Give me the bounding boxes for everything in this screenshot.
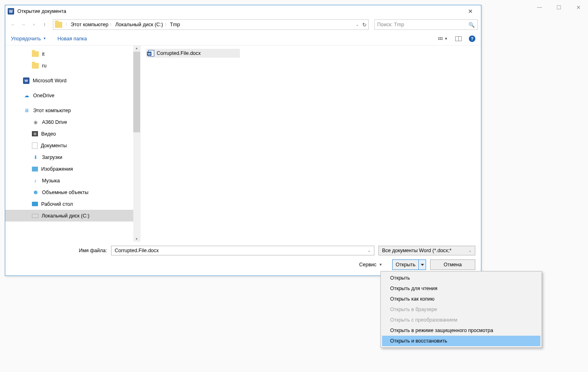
scroll-thumb[interactable] [133, 52, 140, 132]
filename-label: Имя файла: [11, 248, 107, 253]
preview-pane-button[interactable] [455, 36, 462, 41]
filename-value: Corrupted.File.docx [115, 248, 159, 253]
address-history-dropdown[interactable]: ⌄ [356, 23, 359, 27]
open-menu-item[interactable]: Открыть как копию [382, 294, 540, 304]
svg-marker-0 [421, 264, 424, 266]
tree-item-label: Объемные объекты [42, 190, 88, 195]
file-list[interactable]: Corrupted.File.docx [141, 46, 481, 242]
open-menu-item[interactable]: Открыть в режиме защищенного просмотра [382, 325, 540, 336]
chevron-right-icon: 〉 [110, 22, 113, 27]
cancel-button[interactable]: Отмена [430, 259, 475, 270]
bg-close-icon: ✕ [573, 3, 584, 11]
open-menu-item[interactable]: Открыть [382, 273, 540, 283]
chevron-right-icon: 〉 [65, 22, 69, 27]
tree-item-desktop[interactable]: Рабочий стол [5, 198, 140, 210]
dialog-toolbar: Упорядочить ▼ Новая папка ▼ ? [5, 32, 481, 46]
dialog-title: Открытие документа [17, 8, 462, 14]
search-input[interactable]: Поиск: Tmp 🔍 [374, 19, 478, 30]
chevron-down-icon: ▼ [43, 37, 46, 40]
dialog-close-button[interactable]: ✕ [462, 8, 479, 15]
tree-item-drive[interactable]: Локальный диск (C:) [5, 210, 140, 222]
tree-item-3d[interactable]: ⬢Объемные объекты [5, 186, 140, 198]
file-open-dialog: W Открытие документа ✕ ← → ▾ ↑ 〉 Этот ко… [5, 5, 481, 276]
tools-button[interactable]: Сервис ▼ [359, 262, 382, 268]
word-document-icon [148, 50, 154, 56]
scroll-up-icon[interactable]: ▴ [134, 46, 139, 50]
file-type-filter[interactable]: Все документы Word (*.docx;* ⌄ [378, 246, 475, 255]
tree-item-images[interactable]: Изображения [5, 163, 140, 175]
open-button-dropdown-menu: ОткрытьОткрыть для чтенияОткрыть как коп… [380, 271, 542, 348]
folder-icon [55, 22, 62, 28]
tree-item-label: OneDrive [33, 93, 55, 98]
chevron-down-icon: ⌄ [468, 249, 472, 253]
breadcrumb-folder[interactable]: Tmp [170, 22, 180, 27]
tree-item-label: Загрузки [42, 155, 62, 160]
tree-item-label: it [42, 51, 44, 57]
dialog-titlebar: W Открытие документа ✕ [5, 5, 481, 17]
dialog-footer: Имя файла: Corrupted.File.docx ⌄ Все док… [5, 242, 481, 276]
tree-item-label: ru [42, 63, 46, 69]
new-folder-button[interactable]: Новая папка [57, 36, 87, 42]
file-name: Corrupted.File.docx [157, 50, 201, 56]
tree-item-folder[interactable]: it [5, 48, 140, 60]
tree-item-label: Microsoft Word [33, 78, 67, 84]
tree-item-pc[interactable]: 🖥Этот компьютер [5, 104, 140, 116]
filter-text: Все документы Word (*.docx;* [382, 248, 452, 253]
open-menu-item[interactable]: Открыть для чтения [382, 283, 540, 294]
tree-item-label: A360 Drive [42, 119, 67, 125]
nav-forward-button[interactable]: → [19, 20, 28, 29]
bg-minimize-icon: — [534, 3, 545, 11]
tree-item-downloads[interactable]: ⬇Загрузки [5, 151, 140, 163]
open-dropdown-toggle[interactable] [418, 260, 426, 270]
chevron-right-icon: 〉 [165, 22, 168, 27]
open-menu-item: Открыть в браузере [382, 304, 540, 315]
address-bar[interactable]: 〉 Этот компьютер 〉 Локальный диск (C:) 〉… [53, 19, 369, 30]
file-item[interactable]: Corrupted.File.docx [146, 49, 240, 58]
search-icon: 🔍 [468, 22, 475, 28]
chevron-down-icon: ▼ [444, 37, 448, 41]
open-menu-item: Открыть с преобразованием [382, 315, 540, 325]
tree-item-video[interactable]: ▤Видео [5, 128, 140, 140]
bg-maximize-icon: ☐ [553, 3, 565, 11]
tree-scrollbar[interactable]: ▴ ▾ [133, 46, 140, 242]
search-placeholder: Поиск: Tmp [377, 22, 404, 27]
breadcrumb-root[interactable]: Этот компьютер [71, 22, 108, 27]
tree-item-label: Этот компьютер [33, 108, 71, 113]
organize-button[interactable]: Упорядочить ▼ [11, 36, 46, 42]
tree-item-docs[interactable]: Документы [5, 140, 140, 151]
scroll-down-icon[interactable]: ▾ [134, 237, 139, 241]
open-button[interactable]: Открыть [393, 262, 418, 268]
tree-item-label: Документы [41, 143, 67, 148]
filename-input[interactable]: Corrupted.File.docx ⌄ [111, 246, 374, 255]
tree-item-onedrive[interactable]: ☁OneDrive [5, 90, 140, 101]
triangle-down-icon [421, 264, 424, 266]
tree-item-label: Локальный диск (C:) [42, 213, 89, 219]
view-mode-button[interactable]: ▼ [438, 37, 448, 41]
word-app-icon: W [8, 8, 14, 15]
nav-up-button[interactable]: ↑ [40, 20, 49, 29]
tree-item-music[interactable]: ♪Музыка [5, 175, 140, 186]
tree-item-folder[interactable]: ru [5, 60, 140, 71]
tree-item-label: Изображения [41, 166, 73, 172]
tree-item-label: Рабочий стол [41, 201, 73, 207]
refresh-button[interactable]: ↻ [362, 22, 367, 28]
chevron-down-icon: ▼ [379, 263, 382, 267]
navigation-tree: itruWMicrosoft Word☁OneDrive🖥Этот компью… [5, 46, 141, 242]
tree-item-a360[interactable]: ◉A360 Drive [5, 116, 140, 128]
tree-item-label: Видео [41, 131, 56, 137]
tree-item-label: Музыка [42, 178, 60, 184]
nav-back-button[interactable]: ← [8, 20, 17, 29]
background-window-controls: — ☐ ✕ [534, 3, 584, 11]
dialog-body: itruWMicrosoft Word☁OneDrive🖥Этот компью… [5, 46, 481, 242]
breadcrumb-drive[interactable]: Локальный диск (C:) [115, 22, 163, 27]
nav-recent-dropdown[interactable]: ▾ [29, 20, 38, 29]
navigation-row: ← → ▾ ↑ 〉 Этот компьютер 〉 Локальный дис… [5, 17, 481, 32]
tree-item-wordapp[interactable]: WMicrosoft Word [5, 75, 140, 86]
open-split-button[interactable]: Открыть [392, 259, 426, 270]
chevron-down-icon[interactable]: ⌄ [368, 249, 371, 253]
help-button[interactable]: ? [469, 36, 475, 42]
open-menu-item[interactable]: Открыть и восстановить [382, 336, 540, 346]
